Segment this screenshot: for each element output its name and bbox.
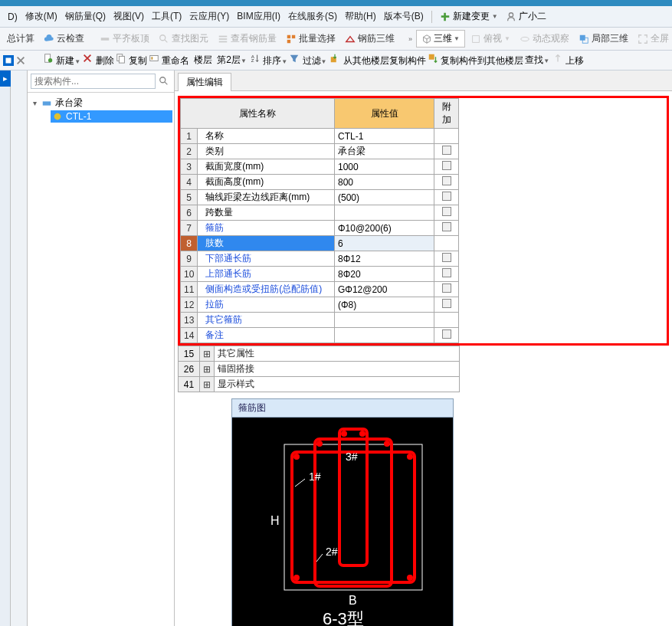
tab-icon[interactable] bbox=[3, 55, 14, 66]
property-row[interactable]: 11侧面构造或受扭筋(总配筋值)GΦ12@200 bbox=[181, 282, 459, 297]
menu-bim[interactable]: BIM应用(I) bbox=[234, 8, 284, 25]
copy-button[interactable]: 复制 bbox=[116, 53, 147, 67]
viewrebar-button[interactable]: 查看钢筋量 bbox=[214, 31, 280, 47]
menu-rebar[interactable]: 钢筋量(Q) bbox=[62, 8, 109, 25]
close-icon[interactable] bbox=[15, 55, 26, 66]
property-row[interactable]: 9下部通长筋8Φ12 bbox=[181, 251, 459, 267]
property-check[interactable] bbox=[434, 190, 459, 205]
property-check[interactable] bbox=[434, 129, 459, 144]
property-check[interactable] bbox=[434, 144, 459, 159]
search-input[interactable] bbox=[31, 74, 156, 89]
property-value[interactable]: GΦ12@200 bbox=[335, 282, 434, 297]
group-row[interactable]: 26⊞锚固搭接 bbox=[179, 362, 460, 377]
rename-button[interactable]: 重命名 bbox=[149, 53, 189, 67]
property-row[interactable]: 4截面高度(mm)800 bbox=[181, 175, 459, 190]
batchsel-button[interactable]: 批量选择 bbox=[282, 31, 339, 47]
property-value[interactable]: (500) bbox=[335, 190, 434, 205]
group-row[interactable]: 15⊞其它属性 bbox=[179, 346, 460, 362]
menu-modify[interactable]: 修改(M) bbox=[22, 8, 61, 25]
property-value[interactable]: (Φ8) bbox=[335, 297, 434, 313]
expand-icon[interactable]: ⊞ bbox=[200, 362, 215, 377]
property-value[interactable]: Φ10@200(6) bbox=[335, 221, 434, 236]
property-check[interactable] bbox=[434, 328, 459, 343]
property-check[interactable] bbox=[434, 205, 459, 221]
delete-button[interactable]: 删除 bbox=[82, 53, 113, 67]
flat-button[interactable]: 平齐板顶 bbox=[96, 31, 153, 47]
property-check[interactable] bbox=[434, 236, 459, 251]
property-check[interactable] bbox=[434, 282, 459, 297]
property-row[interactable]: 10上部通长筋8Φ20 bbox=[181, 267, 459, 282]
menu-online[interactable]: 在线服务(S) bbox=[285, 8, 340, 25]
property-row[interactable]: 7箍筋Φ10@200(6) bbox=[181, 221, 459, 236]
property-row[interactable]: 13其它箍筋 bbox=[181, 313, 459, 328]
property-check[interactable] bbox=[434, 313, 459, 328]
property-check[interactable] bbox=[434, 297, 459, 313]
label-B: B bbox=[349, 594, 357, 607]
property-name: 跨数量 bbox=[198, 205, 335, 221]
tree-root[interactable]: ▾ 承台梁 bbox=[29, 96, 172, 110]
property-row[interactable]: 1名称CTL-1 bbox=[181, 129, 459, 144]
property-value[interactable]: 8Φ20 bbox=[335, 267, 434, 282]
property-check[interactable] bbox=[434, 159, 459, 175]
view-dropdown[interactable]: 三维 ▼ bbox=[416, 30, 465, 48]
property-check[interactable] bbox=[434, 175, 459, 190]
svg-point-41 bbox=[407, 575, 413, 581]
vertical-tab[interactable]: ▸ bbox=[0, 70, 11, 87]
property-row[interactable]: 12拉筋(Φ8) bbox=[181, 297, 459, 313]
local3d-button[interactable]: 局部三维 bbox=[575, 31, 632, 47]
copyfrom-button[interactable]: 从其他楼层复制构件 bbox=[329, 53, 425, 67]
property-value[interactable]: 1000 bbox=[335, 159, 434, 175]
floor-dropdown[interactable]: 第2层▼ bbox=[217, 54, 247, 67]
findview-button[interactable]: 查找图元 bbox=[155, 31, 212, 47]
sort-button[interactable]: AZ 排序▼ bbox=[250, 53, 287, 67]
property-value[interactable] bbox=[335, 205, 434, 221]
filter-icon bbox=[289, 53, 300, 64]
menu-cloud[interactable]: 云应用(Y) bbox=[186, 8, 232, 25]
copyto-button[interactable]: 复制构件到其他楼层 bbox=[428, 53, 523, 67]
property-row[interactable]: 14备注 bbox=[181, 328, 459, 343]
new-button[interactable]: 新建▼ bbox=[43, 53, 80, 67]
user-button[interactable]: 广小二 bbox=[503, 8, 549, 25]
menu-help[interactable]: 帮助(H) bbox=[342, 8, 379, 25]
menu-view[interactable]: 视图(V) bbox=[110, 8, 147, 25]
cloudcheck-button[interactable]: 云检查 bbox=[40, 31, 88, 47]
search-go-icon[interactable] bbox=[157, 74, 171, 88]
property-value[interactable]: 8Φ12 bbox=[335, 251, 434, 267]
moveup-button[interactable]: 上移 bbox=[552, 53, 584, 67]
property-row[interactable]: 6跨数量 bbox=[181, 205, 459, 221]
calc-button[interactable]: 总计算 bbox=[3, 31, 38, 47]
filter-button[interactable]: 过滤▼ bbox=[289, 53, 326, 67]
fullscreen-button[interactable]: 全屏 bbox=[634, 31, 672, 47]
expander-icon[interactable]: ▾ bbox=[31, 99, 38, 107]
menu-version[interactable]: 版本号(B) bbox=[381, 8, 427, 25]
property-row[interactable]: 3截面宽度(mm)1000 bbox=[181, 159, 459, 175]
property-name: 侧面构造或受扭筋(总配筋值) bbox=[198, 282, 335, 297]
find-button[interactable]: 查找▼ bbox=[525, 54, 549, 67]
topview-button[interactable]: 俯视 ▼ bbox=[467, 31, 514, 47]
property-check[interactable] bbox=[434, 267, 459, 282]
property-value[interactable]: 承台梁 bbox=[335, 144, 434, 159]
property-row[interactable]: 2类别承台梁 bbox=[181, 144, 459, 159]
new-change-button[interactable]: 新建变更 ▼ bbox=[437, 8, 501, 25]
property-row[interactable]: 5轴线距梁左边线距离(mm)(500) bbox=[181, 190, 459, 205]
group-row[interactable]: 41⊞显示样式 bbox=[179, 377, 460, 392]
expand-icon[interactable]: ⊞ bbox=[200, 346, 215, 362]
property-value[interactable] bbox=[335, 313, 434, 328]
overflow-indicator[interactable]: » bbox=[406, 35, 415, 43]
menu-tool[interactable]: 工具(T) bbox=[149, 8, 185, 25]
tree-child[interactable]: CTL-1 bbox=[51, 110, 172, 123]
copy-icon bbox=[116, 53, 126, 64]
menu-d[interactable]: D) bbox=[5, 10, 21, 24]
expand-icon[interactable]: ⊞ bbox=[200, 377, 215, 392]
rebar3d-button[interactable]: 钢筋三维 bbox=[341, 31, 398, 47]
property-check[interactable] bbox=[434, 221, 459, 236]
property-value[interactable]: 800 bbox=[335, 175, 434, 190]
tab-properties[interactable]: 属性编辑 bbox=[178, 73, 231, 91]
property-value[interactable]: 6 bbox=[335, 236, 434, 251]
property-value[interactable]: CTL-1 bbox=[335, 129, 434, 144]
property-row[interactable]: 8肢数6 bbox=[181, 236, 459, 251]
property-value[interactable] bbox=[335, 328, 434, 343]
property-check[interactable] bbox=[434, 251, 459, 267]
dynview-button[interactable]: 动态观察 bbox=[516, 31, 573, 47]
titlebar bbox=[0, 0, 672, 6]
